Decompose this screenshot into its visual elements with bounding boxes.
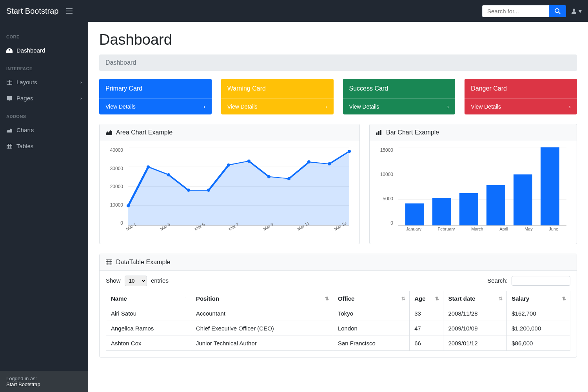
tachometer-icon (6, 48, 13, 53)
columns-icon (6, 80, 13, 85)
search-input[interactable] (482, 5, 549, 17)
table-row[interactable]: Airi SatouAccountantTokyo332008/11/28$16… (106, 306, 570, 321)
sidebar-item-label: Pages (16, 95, 33, 102)
sidebar-heading-addons: ADDONS (0, 106, 88, 122)
sidebar-item-dashboard[interactable]: Dashboard (0, 42, 88, 58)
svg-rect-8 (106, 260, 112, 265)
sidebar-item-pages[interactable]: Pages › (0, 90, 88, 106)
datatable-length: Show 102550100 entries (106, 276, 169, 286)
color-card: Primary Card View Details › (99, 79, 212, 114)
card-link[interactable]: View Details › (99, 98, 212, 114)
search-group (482, 5, 566, 17)
svg-rect-5 (376, 132, 377, 135)
cards-row: Primary Card View Details › Warning Card… (99, 79, 577, 114)
card-title: Primary Card (99, 79, 212, 98)
chevron-right-icon: › (325, 103, 327, 110)
area-chart-panel: Area Chart Example 400003000020000100000… (99, 124, 360, 244)
sort-icon: ⇅ (401, 296, 405, 301)
chevron-right-icon: › (80, 96, 82, 101)
brand-title[interactable]: Start Bootstrap (6, 7, 58, 16)
column-header[interactable]: Position⇅ (191, 291, 333, 306)
svg-point-1 (573, 9, 575, 11)
panel-title: Area Chart Example (116, 129, 172, 136)
chevron-right-icon: › (447, 103, 449, 110)
column-header[interactable]: Name↑ (106, 291, 191, 306)
table-row[interactable]: Angelica RamosChief Executive Officer (C… (106, 321, 570, 336)
card-title: Danger Card (465, 79, 577, 98)
chevron-right-icon: › (80, 80, 82, 85)
panel-title: Bar Chart Example (386, 129, 439, 136)
color-card: Success Card View Details › (343, 79, 456, 114)
table-row[interactable]: Ashton CoxJunior Technical AuthorSan Fra… (106, 336, 570, 351)
sidebar-item-label: Charts (16, 127, 34, 133)
search-icon (554, 8, 561, 14)
column-header[interactable]: Age⇅ (410, 291, 443, 306)
bar-chart: 150001000050000JanuaryFebruaryMarchApril… (376, 147, 570, 238)
sidebar-footer: Logged in as: Start Bootstrap (0, 371, 88, 392)
sidebar-item-layouts[interactable]: Layouts › (0, 74, 88, 90)
user-dropdown[interactable]: ▾ (571, 7, 582, 15)
main-content: Dashboard Dashboard Primary Card View De… (88, 22, 588, 392)
card-title: Warning Card (221, 79, 334, 98)
column-header[interactable]: Office⇅ (333, 291, 409, 306)
datatable-panel: DataTable Example Show 102550100 entries… (99, 254, 577, 358)
top-navbar: Start Bootstrap ▾ (0, 0, 588, 22)
chevron-down-icon: ▾ (579, 7, 582, 15)
color-card: Danger Card View Details › (465, 79, 577, 114)
sidebar-item-charts[interactable]: Charts (0, 122, 88, 138)
sort-icon: ⇅ (325, 296, 329, 301)
book-icon (6, 96, 13, 101)
svg-rect-3 (7, 144, 12, 149)
bar-chart-panel: Bar Chart Example 150001000050000January… (369, 124, 577, 244)
card-link[interactable]: View Details › (221, 98, 334, 114)
logged-in-label: Logged in as: (6, 376, 82, 381)
column-header[interactable]: Start date⇅ (443, 291, 507, 306)
menu-toggle-icon[interactable] (66, 8, 73, 14)
sidebar-heading-interface: INTERFACE (0, 58, 88, 74)
table-icon (106, 260, 112, 265)
sidebar-item-label: Tables (16, 143, 33, 149)
svg-rect-6 (378, 131, 379, 135)
datatable-search: Search: (487, 276, 570, 286)
svg-point-0 (555, 9, 559, 13)
color-card: Warning Card View Details › (221, 79, 334, 114)
panel-title: DataTable Example (116, 259, 171, 266)
entries-select[interactable]: 102550100 (125, 276, 147, 286)
column-header[interactable]: Salary⇅ (507, 291, 570, 306)
chevron-right-icon: › (569, 103, 571, 110)
card-title: Success Card (343, 79, 456, 98)
page-title: Dashboard (99, 31, 577, 48)
sidebar: CORE Dashboard INTERFACE Layouts › Pages… (0, 22, 88, 392)
search-button[interactable] (549, 5, 566, 17)
datatable-search-input[interactable] (512, 276, 570, 286)
user-icon (571, 8, 577, 14)
area-chart: 400003000020000100000 Mar 1Mar 3Mar 5Mar… (106, 147, 353, 238)
breadcrumb: Dashboard (99, 54, 577, 71)
logged-in-user: Start Bootstrap (6, 381, 82, 387)
chart-bar-icon (376, 130, 382, 135)
sidebar-item-tables[interactable]: Tables (0, 138, 88, 154)
sort-icon: ⇅ (435, 296, 439, 301)
card-link[interactable]: View Details › (343, 98, 456, 114)
table-icon (6, 144, 13, 149)
sort-icon: ⇅ (562, 296, 566, 301)
sidebar-heading-core: CORE (0, 27, 88, 42)
data-table: Name↑Position⇅Office⇅Age⇅Start date⇅Sala… (106, 291, 570, 351)
sidebar-item-label: Layouts (16, 79, 37, 85)
card-link[interactable]: View Details › (465, 98, 577, 114)
sort-icon: ↑ (185, 296, 187, 301)
chart-area-icon (106, 130, 112, 135)
chart-area-icon (6, 128, 13, 132)
svg-rect-7 (380, 130, 381, 135)
chevron-right-icon: › (203, 103, 205, 110)
sidebar-item-label: Dashboard (16, 47, 45, 54)
sort-icon: ⇅ (499, 296, 503, 301)
